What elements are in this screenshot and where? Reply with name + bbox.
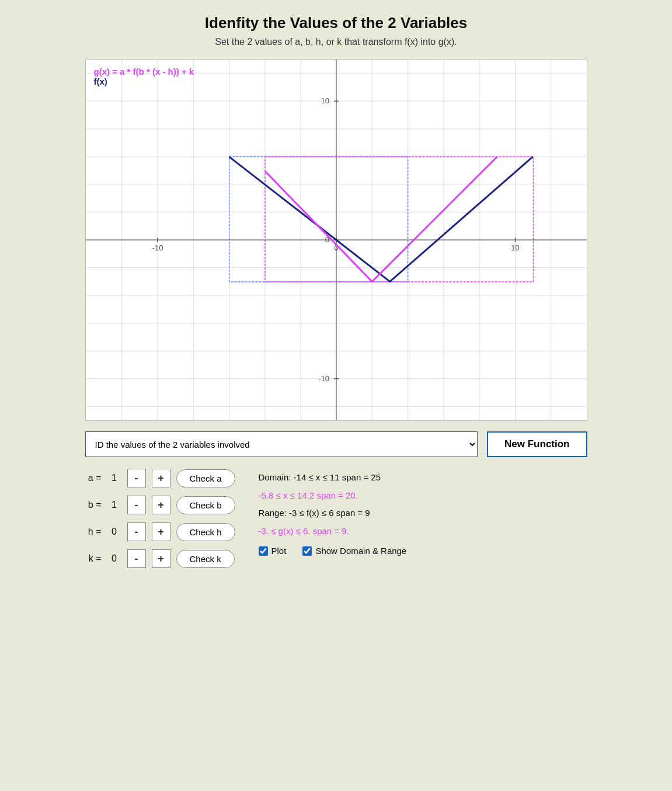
new-function-button[interactable]: New Function bbox=[487, 431, 587, 457]
controls-row: ID the values of the 2 variables involve… bbox=[85, 431, 587, 457]
show-domain-range-checkbox[interactable] bbox=[302, 546, 312, 556]
var-value-b: 1 bbox=[107, 500, 121, 510]
var-value-k: 0 bbox=[107, 553, 121, 564]
k-plus-button[interactable]: + bbox=[152, 549, 170, 568]
svg-text:-10: -10 bbox=[318, 374, 329, 383]
info-panel: Domain: -14 ≤ x ≤ 11 span = 25 -5.8 ≤ x … bbox=[259, 469, 587, 556]
show-domain-range-checkbox-label[interactable]: Show Domain & Range bbox=[302, 546, 406, 556]
show-domain-range-label: Show Domain & Range bbox=[315, 546, 406, 556]
variables-panel: a = 1 - + Check a b = 1 - + Check b h = … bbox=[85, 469, 235, 568]
var-label-a: a = bbox=[85, 473, 102, 483]
mode-dropdown[interactable]: ID the values of the 2 variables involve… bbox=[85, 431, 478, 457]
page-title: Idenfity the Values of the 2 Variables bbox=[205, 14, 467, 32]
var-label-k: k = bbox=[85, 553, 102, 564]
var-value-a: 1 bbox=[107, 473, 121, 483]
check-a-button[interactable]: Check a bbox=[176, 469, 235, 487]
h-plus-button[interactable]: + bbox=[152, 522, 170, 541]
var-row-b: b = 1 - + Check b bbox=[85, 496, 235, 514]
k-minus-button[interactable]: - bbox=[127, 549, 146, 568]
domain-pink: -5.8 ≤ x ≤ 14.2 span = 20. bbox=[259, 489, 587, 503]
b-plus-button[interactable]: + bbox=[152, 496, 170, 514]
legend-fx: f(x) bbox=[94, 76, 194, 86]
graph-svg: -10 0 10 10 0 -10 bbox=[86, 60, 587, 420]
plot-checkbox-label[interactable]: Plot bbox=[259, 546, 287, 556]
a-minus-button[interactable]: - bbox=[127, 469, 146, 487]
var-label-b: b = bbox=[85, 500, 102, 510]
a-plus-button[interactable]: + bbox=[152, 469, 170, 487]
var-row-h: h = 0 - + Check h bbox=[85, 522, 235, 541]
plot-checkbox[interactable] bbox=[259, 546, 268, 556]
svg-text:-10: -10 bbox=[152, 243, 163, 252]
h-minus-button[interactable]: - bbox=[127, 522, 146, 541]
check-h-button[interactable]: Check h bbox=[176, 523, 235, 541]
var-row-k: k = 0 - + Check k bbox=[85, 549, 235, 568]
check-b-button[interactable]: Check b bbox=[176, 496, 235, 514]
bottom-section: a = 1 - + Check a b = 1 - + Check b h = … bbox=[85, 469, 587, 568]
subtitle: Set the 2 values of a, b, h, or k that t… bbox=[215, 37, 457, 47]
var-value-h: 0 bbox=[107, 527, 121, 537]
domain-black: Domain: -14 ≤ x ≤ 11 span = 25 bbox=[259, 471, 587, 485]
svg-text:10: 10 bbox=[511, 243, 519, 252]
var-row-a: a = 1 - + Check a bbox=[85, 469, 235, 487]
checkboxes-row: Plot Show Domain & Range bbox=[259, 546, 587, 556]
range-black: Range: -3 ≤ f(x) ≤ 6 span = 9 bbox=[259, 507, 587, 520]
b-minus-button[interactable]: - bbox=[127, 496, 146, 514]
plot-label: Plot bbox=[271, 546, 287, 556]
graph-area: g(x) = a * f(b * (x - h)) + k f(x) bbox=[85, 59, 587, 421]
range-pink: -3. ≤ g(x) ≤ 6. span = 9. bbox=[259, 525, 587, 538]
legend-gx: g(x) = a * f(b * (x - h)) + k bbox=[94, 67, 194, 76]
svg-text:10: 10 bbox=[321, 96, 329, 105]
graph-legend: g(x) = a * f(b * (x - h)) + k f(x) bbox=[94, 67, 194, 86]
check-k-button[interactable]: Check k bbox=[176, 550, 235, 568]
var-label-h: h = bbox=[85, 527, 102, 537]
